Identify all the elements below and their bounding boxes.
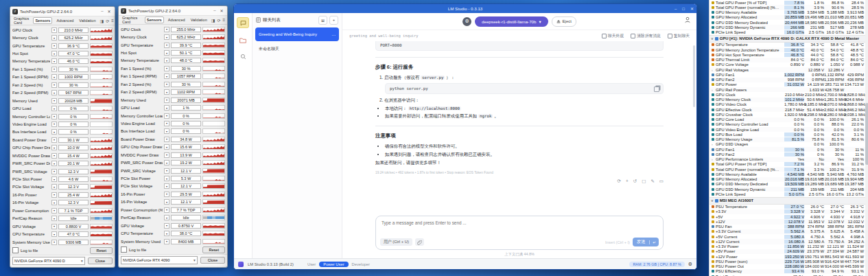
sensor-row[interactable]: GPU Core Load0.0 %0.0 %100.0 %26.1 % — [709, 117, 868, 122]
dropdown-arrow[interactable]: ▾ — [51, 200, 57, 205]
tab-graphics-card[interactable]: Graphics Card — [121, 15, 142, 25]
sensor-row[interactable]: +3.3V Power11.856 W11.232 W12.121 W11.52… — [709, 244, 868, 249]
sensor-row[interactable]: Total GPU Power (normalized) [%…7.1 %3.3… — [709, 167, 868, 172]
tab-validation[interactable]: Validation — [189, 17, 209, 23]
copy-code-icon[interactable] — [654, 87, 659, 92]
dropdown-arrow[interactable]: ▾ — [51, 176, 57, 182]
sensor-row[interactable]: PCIe Link Speed16.0 GT/s2.5 GT/s16.0 GT/… — [709, 30, 868, 35]
dropdown-arrow[interactable]: ▾ — [164, 89, 169, 95]
chat-appearance-button[interactable]: 聊天外观 — [602, 33, 624, 39]
chat-tab-icon[interactable] — [237, 17, 249, 28]
dropdown-arrow[interactable]: ▾ — [51, 137, 57, 143]
sensor-row[interactable]: PSU Power (sum)229.716 W185.908 W916.424… — [709, 259, 868, 264]
tab-advanced[interactable]: Advanced — [55, 18, 75, 23]
dropdown-arrow[interactable]: ▾ — [164, 113, 169, 119]
sensor-row[interactable]: GPU Memory Allocated20,859 MB19,496 MB21… — [709, 15, 868, 20]
attach-file-icon[interactable] — [415, 238, 424, 246]
dropdown-arrow[interactable]: ▾ — [51, 98, 57, 104]
message-scroll-area[interactable]: PORT=8000 步骤 6: 运行服务 1. 启动服务（假设有 server.… — [342, 41, 696, 214]
sensor-row[interactable]: GPU Fan2998 RPM0 RPM1,139 RPM436 RPM — [709, 78, 868, 82]
sensor-row[interactable]: ›GPU Performance LimitersYesNoYes100 % — [709, 157, 868, 162]
dropdown-arrow[interactable]: ▾ — [164, 231, 169, 236]
close-button[interactable]: ✕ — [218, 8, 225, 13]
dropdown-arrow[interactable]: ▾ — [51, 184, 57, 189]
sensor-row[interactable]: GPU Power31.032 W14.119 W283.711 W134.71… — [709, 82, 868, 87]
copy-icon[interactable]: ▢ — [642, 179, 646, 184]
expand-icon[interactable]: › — [712, 157, 714, 161]
clear-all-button[interactable]: 清除所有消息 — [631, 33, 661, 39]
sensor-row[interactable]: GPU Thermal Limit84.0 °C84.0 °C84.0 °C84… — [709, 58, 868, 62]
expand-icon[interactable]: › — [712, 68, 714, 72]
folder-icon[interactable] — [237, 35, 248, 45]
eject-button[interactable]: Eject — [552, 16, 576, 27]
sensor-row[interactable]: GPU Memory Available4,540 MB4,540 MB5,94… — [709, 172, 868, 176]
sensor-row[interactable]: GPU D3D Memory Dedicated19,509 MB19,289 … — [709, 182, 868, 187]
camera-icon[interactable]: ◨ — [211, 18, 215, 23]
dropdown-arrow[interactable]: ▾ — [164, 199, 169, 205]
expand-icon[interactable]: › — [712, 142, 714, 146]
expand-icon[interactable]: › — [712, 88, 714, 92]
tab-advanced[interactable]: Advanced — [167, 17, 187, 23]
sensor-row[interactable]: +3.3V Current5.562 A5.375 A5.625 A5.458 … — [709, 229, 868, 234]
dropdown-arrow[interactable]: ▾ — [51, 67, 57, 72]
sensor-row[interactable]: GPU D3D Memory Dedicated20,444 MB18,980 … — [709, 20, 868, 25]
minimize-button[interactable]: – — [211, 8, 218, 13]
sensor-row[interactable]: PSU Fan388 RPM374 RPM388 RPM381 RPM — [709, 225, 868, 229]
model-settings-icon[interactable]: ⚙ — [462, 17, 471, 26]
sensor-row[interactable]: GPU Clock210.0 MHz210.0 MHz2,700.0 MHz1,… — [709, 92, 868, 97]
message-input[interactable] — [380, 219, 659, 238]
sensor-row[interactable]: +5V Current5.080 A4.750 A5.562 A4.998 A — [709, 234, 868, 239]
dropdown-arrow[interactable]: ▾ — [51, 106, 57, 111]
dropdown-arrow[interactable]: ▾ — [164, 50, 169, 56]
dropdown-arrow[interactable]: ▾ — [51, 208, 57, 214]
menu-icon[interactable]: ≡ — [222, 18, 225, 23]
sensor-row[interactable]: GPU Memory Usage81.5 %75.8 %81.5 %80.6 % — [709, 137, 868, 142]
close-button[interactable]: Close — [200, 257, 225, 264]
mode-developer[interactable]: Developer — [352, 262, 370, 266]
dropdown-arrow[interactable]: ▾ — [51, 153, 57, 159]
sensor-row[interactable]: PSU Efficiency93.4 %93.0 %94.9 %93.1 % — [709, 269, 868, 274]
refresh-icon[interactable]: ⟳ — [217, 18, 220, 23]
sensor-row[interactable]: +12V Current16.080 A12.580 A73.750 A34.2… — [709, 239, 868, 244]
sensor-row[interactable]: GPU Core Voltage0.890 V0.880 V1.050 V0.9… — [709, 62, 868, 67]
log-to-file-checkbox[interactable] — [121, 246, 127, 253]
sensor-row[interactable]: ›GPU Rail Voltages12.058 V12.286 V — [709, 67, 868, 72]
dropdown-arrow[interactable]: ▾ — [164, 82, 169, 87]
sensor-group-header[interactable]: ∨MSI MEG AI1600T — [709, 197, 868, 205]
sensor-row[interactable]: GPU D3D Memory Dynamic266 MB231 MB517 MB… — [709, 25, 868, 30]
sensor-row[interactable]: Total GPU Power (normalized) [%…8.1 %3.9… — [709, 5, 868, 10]
device-select[interactable]: NVIDIA GeForce RTX 4090 D▾ — [12, 257, 85, 265]
sensor-row[interactable]: +5V4.922 V4.906 V4.930 V4.918 V — [709, 214, 868, 219]
delete-icon[interactable]: ▭ — [659, 179, 664, 184]
dropdown-arrow[interactable]: ▾ — [164, 73, 169, 79]
close-button[interactable]: Close — [88, 257, 113, 264]
branch-icon[interactable]: ↺ — [633, 179, 637, 184]
sensor-row[interactable]: +12V12.078 V11.953 V12.078 V12.032 V — [709, 219, 868, 224]
dropdown-arrow[interactable]: ▾ — [51, 231, 57, 237]
sensor-row[interactable]: Total GPU Power [% of TDP]7.2 %3.2 %86.9… — [709, 162, 868, 167]
dropdown-arrow[interactable]: ▾ — [164, 66, 169, 71]
minimize-button[interactable]: – — [99, 9, 106, 14]
user-profile-icon[interactable] — [684, 16, 691, 23]
chat-list-item[interactable]: Greeting and Well-Being Inquiry⋯ — [255, 27, 339, 41]
new-chat-icon[interactable]: + — [329, 16, 338, 25]
resource-usage-chip[interactable]: RAM: 2.76 GB | CPU: 8.87 % — [629, 262, 684, 267]
dropdown-arrow[interactable]: ▾ — [51, 90, 57, 95]
dropdown-arrow[interactable]: ▾ — [164, 176, 169, 181]
settings-gear-icon[interactable]: ⚙ — [688, 262, 692, 267]
dropdown-arrow[interactable]: ▾ — [164, 239, 169, 244]
tab-graphics-card[interactable]: Graphics Card — [12, 16, 30, 25]
dropdown-arrow[interactable]: ▾ — [164, 152, 169, 158]
dropdown-arrow[interactable]: ▾ — [51, 58, 57, 64]
sensor-row[interactable]: GPU Video Engine Load0.0 %0.0 %0.0 %0.0 … — [709, 127, 868, 132]
new-folder-icon[interactable]: ⊞ — [318, 16, 327, 25]
sensor-row[interactable]: Total GPU Power [% of TDP]7.8 %1.8 %86.8… — [709, 0, 868, 5]
close-button[interactable]: ✕ — [106, 9, 113, 14]
sensor-row[interactable]: +3.3V3.328 V3.328 V3.344 V3.332 V — [709, 209, 868, 214]
sensor-row[interactable]: ›GPU D3D Usages0.0 %100.0 % — [709, 142, 868, 147]
dropdown-arrow[interactable]: ▾ — [164, 34, 169, 40]
edit-icon[interactable]: ✎ — [650, 179, 654, 184]
dropdown-arrow[interactable]: ▾ — [51, 114, 57, 119]
mode-power-user[interactable]: Power User — [319, 262, 348, 267]
chat-list-item[interactable]: 未命名聊天 — [255, 42, 339, 56]
